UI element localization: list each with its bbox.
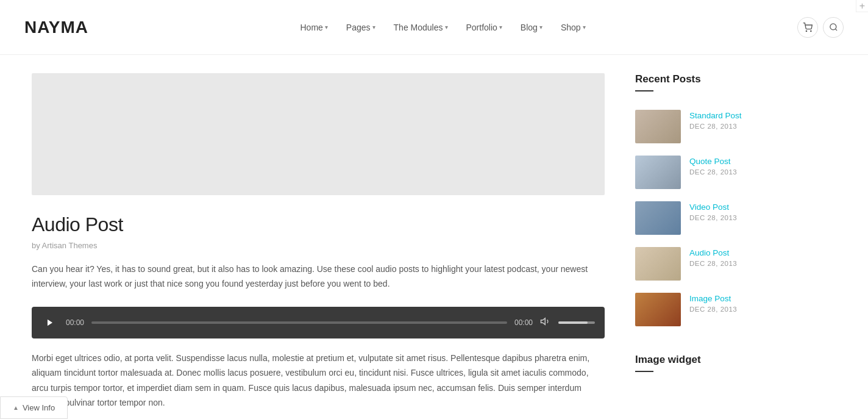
search-button[interactable] (823, 17, 844, 38)
progress-track[interactable] (91, 321, 507, 324)
recent-post-item: Quote Post DEC 28, 2013 (635, 149, 818, 195)
recent-post-thumb (635, 110, 681, 143)
recent-post-info: Standard Post DEC 28, 2013 (689, 110, 742, 130)
recent-posts-title: Recent Posts (635, 73, 818, 85)
recent-post-date-3: DEC 28, 2013 (689, 214, 737, 221)
recent-post-title-1[interactable]: Standard Post (689, 111, 742, 120)
nav-pages-arrow: ▾ (372, 24, 375, 30)
volume-fill (558, 321, 588, 324)
recent-post-thumb (635, 293, 681, 326)
main-nav: Home ▾ Pages ▾ The Modules ▾ Portfolio ▾… (293, 18, 593, 37)
view-info-caret-icon: ▲ (13, 404, 19, 411)
recent-post-date-1: DEC 28, 2013 (689, 123, 742, 130)
post-excerpt: Can you hear it? Yes, it has to sound gr… (32, 262, 605, 292)
recent-post-thumb (635, 156, 681, 189)
recent-post-item: Video Post DEC 28, 2013 (635, 195, 818, 241)
recent-post-info: Image Post DEC 28, 2013 (689, 293, 737, 313)
top-bar: + (856, 0, 868, 12)
view-info-button[interactable]: ▲ View Info (0, 396, 68, 419)
post-meta: by Artisan Themes (32, 241, 605, 250)
nav-home[interactable]: Home ▾ (293, 18, 335, 37)
nav-modules[interactable]: The Modules ▾ (386, 18, 455, 37)
mute-button[interactable] (540, 316, 551, 329)
time-end: 00:00 (514, 318, 533, 327)
recent-post-info: Quote Post DEC 28, 2013 (689, 156, 737, 176)
svg-point-2 (830, 24, 836, 30)
thumb-image-1 (635, 110, 681, 143)
nav-home-arrow: ▾ (325, 24, 328, 30)
recent-post-title-5[interactable]: Image Post (689, 294, 737, 303)
recent-post-item: Standard Post DEC 28, 2013 (635, 104, 818, 149)
recent-post-title-4[interactable]: Audio Post (689, 248, 737, 257)
recent-post-info: Video Post DEC 28, 2013 (689, 201, 737, 221)
audio-player: 00:00 00:00 (32, 307, 605, 338)
svg-point-1 (811, 30, 811, 31)
recent-post-title-3[interactable]: Video Post (689, 202, 737, 212)
play-button[interactable] (41, 314, 59, 331)
recent-posts-list: Standard Post DEC 28, 2013 Quote Post DE… (635, 104, 818, 332)
nav-shop-arrow: ▾ (583, 24, 586, 30)
cart-button[interactable] (797, 17, 818, 38)
image-widget-divider (635, 371, 653, 372)
plus-icon: + (859, 1, 865, 12)
thumb-image-5 (635, 293, 681, 326)
image-widget-title: Image widget (635, 354, 818, 366)
nav-shop[interactable]: Shop ▾ (553, 18, 593, 37)
recent-post-item: Audio Post DEC 28, 2013 (635, 241, 818, 287)
nav-blog-arrow: ▾ (539, 24, 542, 30)
volume-bar[interactable] (558, 321, 595, 324)
post-title: Audio Post (32, 213, 605, 236)
recent-post-thumb (635, 247, 681, 281)
image-widget: Image widget (635, 354, 818, 372)
logo[interactable]: NAYMA (24, 18, 88, 37)
recent-post-item: Image Post DEC 28, 2013 (635, 287, 818, 332)
header-icons (797, 17, 844, 38)
svg-line-3 (835, 29, 837, 30)
recent-posts-divider (635, 90, 653, 91)
time-start: 00:00 (66, 318, 84, 327)
recent-post-date-4: DEC 28, 2013 (689, 260, 737, 267)
main-content: Audio Post by Artisan Themes Can you hea… (32, 73, 605, 410)
recent-post-date-5: DEC 28, 2013 (689, 306, 737, 313)
recent-post-date-2: DEC 28, 2013 (689, 168, 737, 176)
svg-point-0 (806, 30, 806, 31)
thumb-image-4 (635, 247, 681, 281)
nav-portfolio[interactable]: Portfolio ▾ (459, 18, 510, 37)
nav-modules-arrow: ▾ (445, 24, 448, 30)
svg-marker-4 (48, 319, 52, 326)
header: NAYMA Home ▾ Pages ▾ The Modules ▾ Portf… (0, 0, 868, 55)
recent-post-thumb (635, 201, 681, 235)
nav-pages[interactable]: Pages ▾ (339, 18, 383, 37)
page-wrapper: Audio Post by Artisan Themes Can you hea… (7, 55, 861, 419)
thumb-image-3 (635, 201, 681, 235)
view-info-label: View Info (23, 403, 55, 412)
post-body: Morbi eget ultrices odio, at porta velit… (32, 351, 605, 410)
thumb-image-2 (635, 156, 681, 189)
nav-portfolio-arrow: ▾ (499, 24, 502, 30)
svg-marker-5 (541, 318, 546, 324)
recent-post-info: Audio Post DEC 28, 2013 (689, 247, 737, 267)
nav-blog[interactable]: Blog ▾ (513, 18, 550, 37)
banner-image (32, 73, 605, 195)
sidebar: Recent Posts Standard Post DEC 28, 2013 (635, 73, 818, 410)
recent-post-title-2[interactable]: Quote Post (689, 157, 737, 166)
